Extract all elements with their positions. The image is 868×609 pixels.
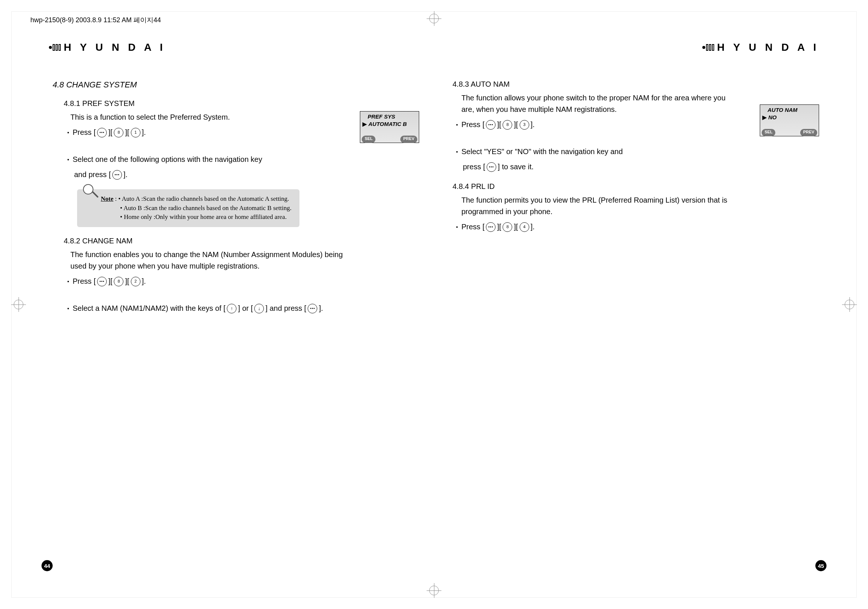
subsec-title: 4.8.2 CHANGE NAM (64, 235, 419, 247)
sep: ][ (497, 221, 501, 233)
key-2-icon: 2 (131, 277, 141, 286)
screen-line-2: ▶NO (763, 114, 817, 121)
press-label: Press [ (73, 276, 96, 287)
subsec-title: 4.8.4 PRL ID (453, 181, 819, 192)
two-page-spread: H Y U N D A I 4.8 CHANGE SYSTEM 4.8.1 PR… (34, 42, 834, 575)
menu-key-icon (487, 162, 496, 172)
sep: ][ (514, 119, 518, 130)
brand-logo-right: H Y U N D A I (702, 42, 819, 53)
key-8-icon: 8 (114, 277, 123, 286)
bullet-icon (456, 124, 458, 125)
arrow-up-key-icon (227, 304, 236, 314)
page-left: H Y U N D A I 4.8 CHANGE SYSTEM 4.8.1 PR… (34, 42, 434, 575)
step-text: and press [ (74, 169, 111, 181)
subsection-4-8-2: 4.8.2 CHANGE NAM The function enables yo… (64, 235, 419, 314)
step-press-keys: Press [ ][ 8 ][ 4 ]. (456, 221, 819, 233)
key-8-icon: 8 (502, 120, 512, 130)
step-text: ] and press [ (265, 303, 306, 314)
note-line-3: • Home only :Only within your home area … (120, 213, 293, 222)
phone-screen-pref-sys: PREF SYS ▶AUTOMATIC B SEL PREV (360, 111, 419, 143)
subsec-desc: The function enables you to change the N… (70, 249, 419, 260)
brand-text: H Y U N D A I (717, 42, 819, 53)
note-label: Note (101, 195, 113, 202)
bracket-close: ]. (142, 276, 146, 287)
step-text: Select "YES" or "NO" with the navigation… (462, 146, 623, 158)
key-1-icon: 1 (131, 128, 141, 138)
arrow-down-key-icon (254, 304, 264, 314)
sheet-inner: hwp-2150(8-9) 2003.8.9 11:52 AM 페이지44 H … (12, 12, 856, 597)
registration-mark-bottom (426, 583, 442, 598)
caret-icon: ▶ (763, 114, 767, 121)
press-label: Press [ (73, 127, 96, 138)
brand-text: H Y U N D A I (64, 42, 166, 53)
menu-key-icon (97, 128, 107, 138)
sep: ][ (514, 221, 518, 233)
subsec-desc: The function allows your phone switch to… (462, 92, 819, 104)
note-line-1: Note : • Auto A :Scan the radio channels… (101, 195, 293, 204)
sep: ][ (108, 276, 112, 287)
bullet-icon (67, 308, 69, 309)
registration-mark-left (11, 297, 26, 312)
step-text: Select one of the following options with… (73, 154, 262, 165)
sep: ][ (125, 127, 129, 138)
step-text: ] to save it. (498, 161, 534, 173)
sep: ][ (497, 119, 501, 130)
step-select-nam: Select a NAM (NAM1/NAM2) with the keys o… (67, 303, 419, 314)
sep: ][ (125, 276, 129, 287)
registration-mark-top (426, 11, 442, 26)
brand-mark-icon (702, 44, 714, 51)
phone-screen-auto-nam: AUTO NAM ▶NO SEL PREV (760, 105, 819, 136)
step-select-yes-no-cont: press [ ] to save it. (463, 161, 819, 173)
step-select-option-cont: and press [ ]. (74, 169, 419, 181)
magnifier-icon (81, 183, 97, 206)
step-text: Select a NAM (NAM1/NAM2) with the keys o… (73, 303, 225, 314)
softkey-prev: PREV (400, 136, 417, 143)
softkey-sel: SEL (362, 136, 375, 143)
bullet-icon (67, 159, 69, 161)
sep: ][ (108, 127, 112, 138)
menu-key-icon (486, 222, 496, 232)
step-text: ]. (319, 303, 323, 314)
key-4-icon: 4 (519, 222, 529, 232)
file-meta-header: hwp-2150(8-9) 2003.8.9 11:52 AM 페이지44 (30, 15, 161, 25)
bullet-icon (67, 132, 69, 133)
menu-key-icon (308, 304, 317, 314)
press-label: Press [ (462, 119, 484, 130)
menu-key-icon (486, 120, 496, 130)
bracket-close: ]. (531, 119, 535, 130)
brand-logo-left: H Y U N D A I (49, 42, 166, 53)
subsec-title: 4.8.1 PREF SYSTEM (64, 98, 419, 109)
softkey-sel: SEL (762, 129, 775, 136)
page-number-left: 44 (42, 560, 53, 571)
softkey-prev: PREV (800, 129, 817, 136)
right-content: 4.8.3 AUTO NAM The function allows your … (449, 79, 819, 233)
step-press-keys: Press [ ][ 8 ][ 2 ]. (67, 276, 419, 287)
step-select-yes-no: Select "YES" or "NO" with the navigation… (456, 146, 819, 158)
page-number-right: 45 (815, 560, 826, 571)
screen-line-1: PREF SYS (363, 113, 417, 121)
subsection-4-8-4: 4.8.4 PRL ID The function permits you to… (453, 181, 819, 233)
caret-icon: ▶ (363, 121, 367, 128)
step-text: ] or [ (238, 303, 253, 314)
brand-mark-icon (49, 44, 61, 51)
bracket-close: ]. (531, 221, 535, 233)
key-8-icon: 8 (502, 222, 512, 232)
bracket-close: ]. (142, 127, 146, 138)
subsec-desc: programmed in your phone. (462, 206, 819, 218)
step-select-option: Select one of the following options with… (67, 154, 419, 165)
bullet-icon (456, 226, 458, 228)
subsec-title: 4.8.3 AUTO NAM (453, 79, 819, 90)
step-text: press [ (463, 161, 485, 173)
page-right: H Y U N D A I 4.8.3 AUTO NAM The functio… (434, 42, 834, 575)
key-8-icon: 8 (114, 128, 123, 138)
note-text: : • Auto A :Scan the radio channels base… (113, 195, 289, 202)
key-3-icon: 3 (519, 120, 529, 130)
step-text: ]. (123, 169, 127, 181)
subsec-desc: The function permits you to view the PRL… (462, 195, 819, 206)
menu-key-icon (97, 277, 107, 286)
press-label: Press [ (462, 221, 484, 233)
registration-mark-right (842, 297, 857, 312)
bullet-icon (67, 281, 69, 282)
subsec-desc: used by your phone when you have multipl… (70, 260, 419, 272)
section-title-4-8: 4.8 CHANGE SYSTEM (53, 79, 419, 91)
